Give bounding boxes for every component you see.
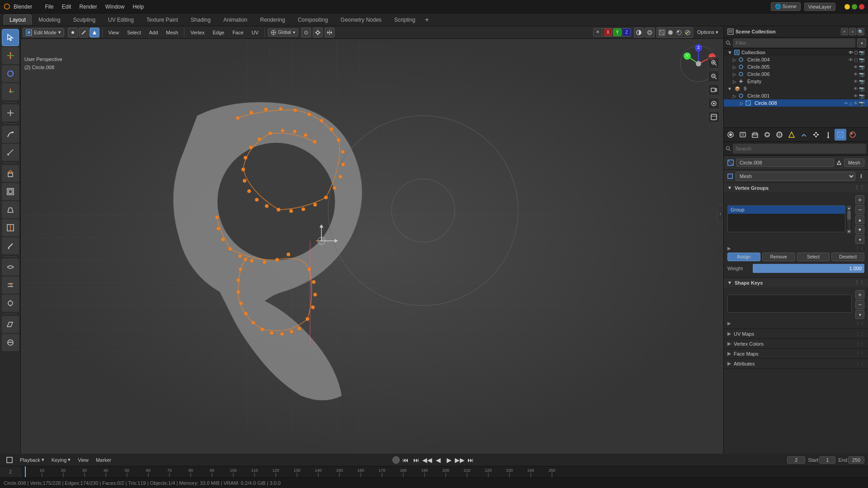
vg-menu-icon[interactable]: ⋮⋮ — [854, 185, 864, 191]
play-btn[interactable]: ▶ — [444, 455, 454, 465]
prop-tab-particles[interactable] — [810, 129, 822, 141]
vg-remove-btn[interactable]: − — [855, 205, 864, 214]
constrain-y[interactable]: Y — [613, 28, 622, 36]
maximize-btn[interactable] — [852, 4, 857, 9]
filter-btn[interactable]: F — [841, 28, 848, 35]
prop-tab-physics[interactable] — [822, 129, 834, 141]
c8-mesh[interactable]: △ — [849, 101, 853, 106]
zoom-in-btn[interactable] — [708, 57, 720, 69]
col-vis[interactable]: 👁 — [849, 50, 853, 55]
toggle-scene-btn[interactable] — [708, 111, 720, 123]
select-btn[interactable]: Select — [797, 253, 830, 261]
transform-orientation[interactable]: Global ▾ — [268, 28, 298, 37]
view-layer-selector[interactable]: ViewLayer — [804, 3, 835, 11]
vertex-colors-section[interactable]: ▶ Vertex Colors ⋮⋮ — [724, 339, 868, 349]
vertex-groups-header[interactable]: ▼ Vertex Groups ⋮⋮ — [724, 183, 868, 192]
tool-annotate[interactable] — [2, 126, 19, 143]
c5-vis[interactable]: 👁 — [854, 65, 858, 70]
sk-add-btn[interactable]: + — [855, 290, 864, 299]
prop-tab-modifiers[interactable] — [798, 129, 810, 141]
tool-edge-slide[interactable] — [2, 277, 19, 294]
c4-vis[interactable]: 👁 — [849, 57, 853, 62]
view-btn[interactable]: ≡ — [849, 28, 856, 35]
emp-vis[interactable]: 👁 — [854, 79, 858, 84]
tool-move[interactable] — [2, 47, 19, 64]
shading-rendered[interactable] — [684, 28, 692, 37]
view-menu[interactable]: View — [105, 28, 123, 37]
playback-btn[interactable]: Playback — [17, 456, 47, 464]
jump-start-btn[interactable]: ⏮ — [401, 455, 410, 465]
record-btn[interactable] — [392, 456, 400, 464]
c1-vis[interactable]: 👁 — [854, 94, 858, 99]
g9-vis[interactable]: 👁 — [854, 86, 858, 91]
tool-smooth[interactable] — [2, 258, 19, 276]
sk-expand-btn[interactable]: ▶ — [727, 321, 731, 326]
marker-btn[interactable]: Marker — [93, 456, 114, 464]
c1-render[interactable]: 📷 — [859, 94, 864, 99]
vg-scroll-up[interactable]: ▲ — [847, 206, 851, 210]
step-back-single-btn[interactable]: ◀ — [433, 455, 443, 465]
vg-move-down-btn[interactable]: ▼ — [855, 225, 864, 234]
vg-options-btn[interactable]: ▾ — [855, 235, 864, 244]
shape-keys-header[interactable]: ▼ Shape Keys ⋮⋮ — [724, 278, 868, 287]
tl-mode-btn[interactable] — [4, 456, 15, 464]
attr-menu-dots[interactable]: ⋮⋮ — [855, 361, 864, 366]
vg-add-btn[interactable]: + — [855, 195, 864, 204]
start-frame-input[interactable] — [819, 456, 835, 464]
vc-menu-dots[interactable]: ⋮⋮ — [855, 341, 864, 346]
zoom-out-btn[interactable] — [708, 70, 720, 82]
emp-render[interactable]: 📷 — [859, 79, 864, 84]
tab-compositing[interactable]: Compositing — [292, 14, 334, 25]
search-btn[interactable]: 🔍 — [857, 28, 864, 35]
mirror-btn[interactable] — [325, 28, 335, 38]
c8-vis[interactable]: 👁 — [854, 101, 858, 106]
shading-material[interactable] — [675, 28, 683, 37]
tab-sculpting[interactable]: Sculpting — [67, 14, 101, 25]
step-fwd-single-btn[interactable]: ▶▶ — [455, 455, 465, 465]
tab-shading[interactable]: Shading — [185, 14, 217, 25]
viewport-canvas[interactable]: User Perspective (2) Circle.008 X Y — [21, 39, 723, 454]
edge-mode-btn[interactable] — [79, 28, 89, 38]
tab-modeling[interactable]: Modeling — [33, 14, 66, 25]
end-frame-input[interactable] — [848, 456, 864, 464]
add-menu[interactable]: Add — [146, 28, 161, 37]
col-hide[interactable]: ⬡ — [854, 50, 858, 55]
tool-shear[interactable] — [2, 316, 19, 333]
outliner-header-scene[interactable]: ▼ Collection 👁 ⬡ 📷 — [724, 49, 868, 56]
tool-rotate[interactable] — [2, 65, 19, 82]
uv-maps-section[interactable]: ▶ UV Maps ⋮⋮ — [724, 329, 868, 339]
attributes-section[interactable]: ▶ Attributes ⋮⋮ — [724, 359, 868, 369]
prop-tab-world[interactable] — [774, 129, 785, 141]
tab-geometry-nodes[interactable]: Geometry Nodes — [335, 14, 387, 25]
sk-menu-icon[interactable]: ⋮⋮ — [854, 280, 864, 286]
tab-rendering[interactable]: Rendering — [254, 14, 291, 25]
prop-tab-material[interactable] — [847, 129, 859, 141]
c6-render[interactable]: 📷 — [859, 72, 864, 77]
deselect-btn[interactable]: Deselect — [831, 253, 864, 261]
view-btn[interactable]: View — [75, 456, 91, 464]
mode-selector[interactable]: Edit Mode ▾ — [23, 28, 64, 37]
close-btn[interactable] — [859, 4, 864, 9]
vertex-menu[interactable]: Vertex — [187, 28, 208, 37]
toggle-camera-btn[interactable] — [708, 84, 720, 96]
shading-wireframe[interactable] — [658, 28, 666, 37]
n-panel-toggle[interactable]: ‹ — [717, 205, 723, 223]
constrain-x[interactable]: X — [604, 28, 613, 36]
mesh-dropdown[interactable]: Mesh — [736, 172, 855, 181]
mesh-menu[interactable]: Mesh — [163, 28, 181, 37]
tab-uv-editing[interactable]: UV Editing — [102, 14, 140, 25]
fm-menu-dots[interactable]: ⋮⋮ — [855, 351, 864, 356]
tool-transform[interactable] — [2, 104, 19, 122]
vg-move-up-btn[interactable]: ▲ — [855, 215, 864, 224]
outliner-filter-btn[interactable]: ▾ — [857, 38, 866, 47]
face-mode-btn[interactable] — [90, 28, 99, 38]
obj-name-input[interactable] — [736, 159, 834, 167]
keying-btn[interactable]: Keying — [49, 456, 74, 464]
outliner-circle004[interactable]: ▷ Circle.004 👁 ⬡ 📷 — [724, 56, 868, 63]
menu-window[interactable]: Window — [102, 3, 128, 11]
tool-bevel[interactable] — [2, 201, 19, 218]
tool-knife[interactable] — [2, 237, 19, 254]
prop-tab-viewlayer[interactable] — [749, 129, 761, 141]
outliner-empty[interactable]: ▷ Empty 👁 📷 — [724, 78, 868, 85]
proportional-edit-btn[interactable]: ⊙ — [301, 28, 311, 38]
